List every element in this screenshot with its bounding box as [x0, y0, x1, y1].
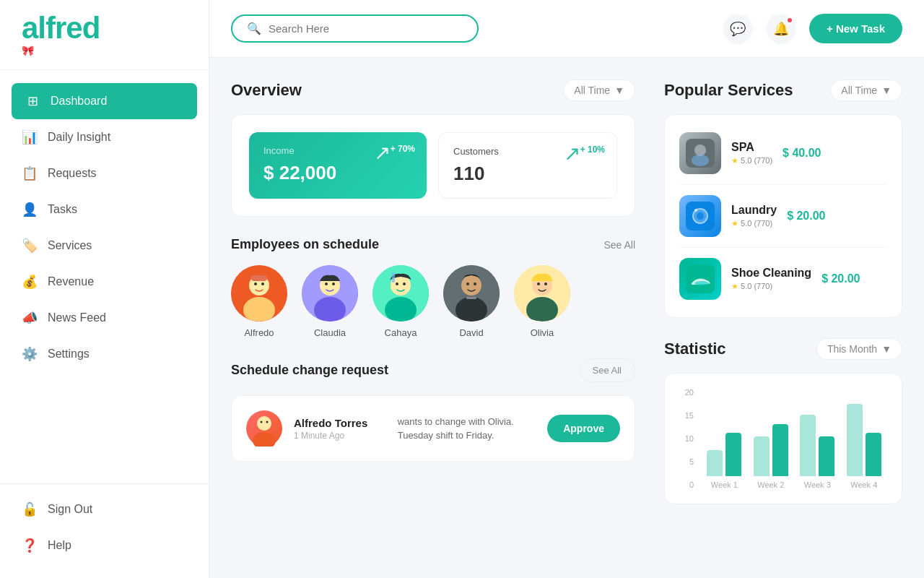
sidebar-item-settings[interactable]: ⚙️ Settings [0, 336, 209, 372]
overview-title: Overview [231, 81, 302, 100]
employee-name-cahaya: Cahaya [385, 327, 417, 338]
sidebar-item-services[interactable]: 🏷️ Services [0, 228, 209, 264]
chart-group-week1: Week 1 [707, 389, 741, 489]
service-item-laundry: Laundry ★ 5.0 (770) $ 20.00 [679, 185, 887, 248]
svg-point-26 [537, 282, 540, 285]
sidebar-item-sign-out[interactable]: 🔓 Sign Out [0, 491, 209, 527]
daily-insight-icon: 📊 [22, 129, 38, 145]
bars-week4 [847, 389, 881, 476]
logo-bow: 🎀 [22, 45, 187, 56]
popular-services-title: Popular Services [664, 81, 793, 100]
income-value: $ 22,000 [263, 162, 412, 184]
statistic-filter-label: This Month [827, 343, 877, 355]
statistic-filter[interactable]: This Month ▼ [816, 338, 902, 360]
chart-groups: Week 1 Week 2 [701, 388, 887, 489]
customers-value: 110 [453, 163, 602, 185]
svg-point-9 [325, 282, 328, 285]
sidebar-item-news-feed[interactable]: 📣 News Feed [0, 300, 209, 336]
schedule-info: Alfredo Torres 1 Minute Ago [294, 417, 386, 441]
bar-week3-light [800, 415, 816, 476]
svg-point-33 [694, 144, 706, 156]
customers-card: Customers 110 ↗ + 10% [438, 132, 617, 199]
star-icon-3: ★ [731, 282, 738, 290]
services-list: SPA ★ 5.0 (770) $ 40.00 [664, 114, 902, 318]
approve-button[interactable]: Approve [547, 415, 620, 442]
stats-row: Income $ 22,000 ↗ + 70% Customers 110 ↗ … [231, 114, 635, 217]
sidebar-item-revenue[interactable]: 💰 Revenue [0, 264, 209, 300]
svg-point-14 [396, 282, 398, 285]
employee-name-alfredo: Alfredo [244, 327, 274, 338]
y-label-10: 10 [679, 434, 694, 443]
y-label-15: 15 [679, 411, 694, 420]
messages-icon: 💬 [730, 21, 746, 37]
dashboard-icon: ⊞ [25, 93, 40, 109]
spa-price: $ 40.00 [783, 147, 821, 160]
popular-services-filter[interactable]: All Time ▼ [830, 79, 902, 101]
sidebar-label-revenue: Revenue [48, 275, 94, 288]
service-item-spa: SPA ★ 5.0 (770) $ 40.00 [679, 122, 887, 185]
employee-claudia: Claudia [302, 265, 358, 338]
spa-details: SPA ★ 5.0 (770) [731, 141, 772, 165]
sidebar-nav: ⊞ Dashboard 📊 Daily Insight 📋 Requests 👤… [0, 70, 209, 483]
sidebar-label-daily-insight: Daily Insight [48, 131, 110, 144]
sidebar-item-tasks[interactable]: 👤 Tasks [0, 191, 209, 228]
sidebar-item-requests[interactable]: 📋 Requests [0, 155, 209, 191]
bar-week1-light [707, 450, 723, 476]
avatar-cahaya [372, 265, 429, 322]
sidebar-item-dashboard[interactable]: ⊞ Dashboard [12, 83, 197, 119]
employee-name-olivia: Olivia [531, 327, 554, 338]
search-input[interactable] [269, 22, 463, 35]
x-label-week1: Week 1 [711, 480, 738, 489]
chart-group-week3: Week 3 [800, 389, 834, 489]
svg-point-10 [332, 282, 335, 285]
messages-button[interactable]: 💬 [723, 14, 753, 44]
news-feed-icon: 📣 [22, 310, 38, 326]
shoe-cleaning-rating-value: 5.0 (770) [741, 282, 772, 290]
sidebar-item-daily-insight[interactable]: 📊 Daily Insight [0, 119, 209, 155]
schedule-section: Schedule change request See All Alfredo … [231, 358, 635, 462]
income-trend-icon: ↗ [374, 141, 391, 165]
employees-see-all[interactable]: See All [603, 239, 635, 251]
svg-point-28 [257, 416, 271, 431]
svg-point-37 [697, 212, 704, 220]
bar-week4-light [847, 404, 863, 476]
popular-services-header: Popular Services All Time ▼ [664, 79, 902, 101]
search-box[interactable]: 🔍 [231, 14, 479, 43]
content-right: Popular Services All Time ▼ [657, 58, 924, 578]
sidebar-label-sign-out: Sign Out [48, 503, 92, 516]
sidebar-label-tasks: Tasks [48, 203, 77, 216]
new-task-button[interactable]: + New Task [809, 14, 902, 43]
spa-rating: ★ 5.0 (770) [731, 156, 772, 165]
overview-filter[interactable]: All Time ▼ [563, 79, 635, 101]
employees-section: Employees on schedule See All [231, 237, 635, 338]
schedule-header: Schedule change request See All [231, 358, 635, 382]
svg-point-3 [254, 282, 257, 285]
header: 🔍 💬 🔔 + New Task [209, 0, 924, 58]
schedule-time: 1 Minute Ago [294, 431, 386, 441]
svg-point-20 [466, 282, 469, 285]
employee-david: David [443, 265, 500, 338]
bar-week2-dark [772, 424, 788, 476]
sidebar: alfred 🎀 ⊞ Dashboard 📊 Daily Insight 📋 R… [0, 0, 209, 578]
tasks-icon: 👤 [22, 202, 38, 217]
sidebar-label-dashboard: Dashboard [51, 95, 107, 108]
sidebar-label-help: Help [48, 539, 71, 552]
svg-point-30 [261, 421, 263, 423]
laundry-price: $ 20.00 [787, 210, 825, 223]
bar-week3-dark [819, 436, 834, 476]
schedule-see-all-button[interactable]: See All [579, 358, 635, 382]
bell-icon: 🔔 [773, 21, 789, 37]
employee-alfredo: Alfredo [231, 265, 287, 338]
chevron-down-icon-statistic: ▼ [881, 343, 892, 355]
notifications-button[interactable]: 🔔 [766, 14, 796, 44]
shoe-cleaning-image [679, 258, 721, 300]
y-label-5: 5 [679, 457, 694, 466]
bars-week3 [800, 389, 834, 476]
svg-point-31 [266, 421, 269, 423]
customers-change: + 10% [580, 144, 605, 155]
help-icon: ❓ [22, 538, 38, 553]
statistic-header: Statistic This Month ▼ [664, 338, 902, 360]
bar-week4-dark [866, 433, 881, 476]
sidebar-item-help[interactable]: ❓ Help [0, 527, 209, 564]
bar-week2-light [754, 436, 770, 476]
